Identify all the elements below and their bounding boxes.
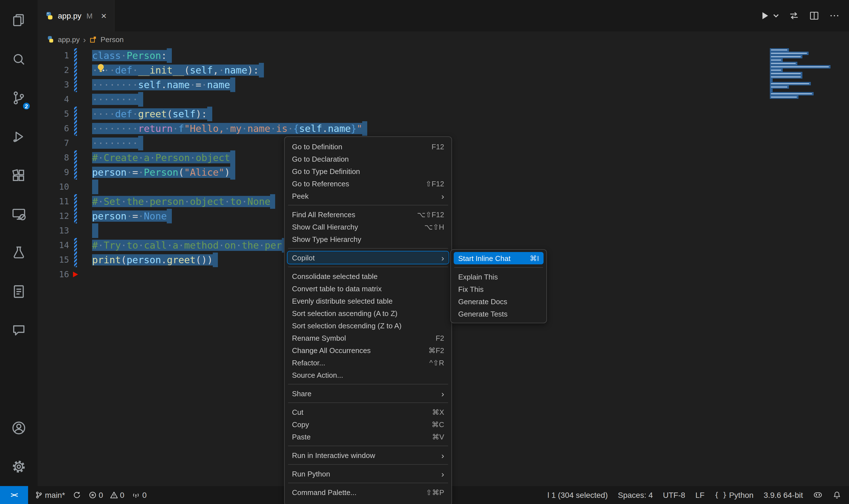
eol-status[interactable]: LF [695,490,705,500]
menu-item-rename-symbol[interactable]: Rename SymbolF2 [287,332,449,344]
menu-item-explain-this[interactable]: Explain This [454,271,544,283]
class-symbol-icon [89,35,97,43]
sidebar-item-source-control[interactable]: 2 [0,78,38,117]
problems-status[interactable]: 0 0 [89,490,124,500]
git-deleted-marker-icon[interactable] [73,272,78,277]
gutter [69,63,92,77]
menu-item-paste[interactable]: Paste⌘V [287,431,449,443]
more-actions-icon[interactable] [829,10,840,21]
menu-item-go-to-declaration[interactable]: Go to Declaration [287,152,449,165]
submenu-chevron-icon: › [441,469,444,478]
menu-item-generate-tests[interactable]: Generate Tests [454,308,544,320]
sidebar-item-extensions[interactable] [0,156,38,195]
code-line[interactable]: 4········ [38,92,849,107]
line-number: 3 [38,77,69,92]
remote-indicator[interactable]: >< [0,486,28,504]
menu-item-copy[interactable]: Copy⌘C [287,418,449,431]
git-modified-bar [74,194,77,209]
warning-icon [110,491,118,499]
menu-item-start-inline-chat[interactable]: Start Inline Chat⌘I [454,252,544,264]
open-changes-icon[interactable] [788,10,800,21]
run-dropdown-chevron-icon[interactable] [773,12,779,19]
menu-item-copilot[interactable]: Copilot› [287,251,449,264]
selection-status[interactable]: l 1 (304 selected) [547,490,608,500]
sidebar-item-search[interactable] [0,40,38,78]
encoding-status[interactable]: UTF-8 [663,490,685,500]
code-text: ········ [92,136,143,150]
code-line[interactable]: 6········return·f"Hello,·my·name·is·{sel… [38,121,849,136]
sync-changes-button[interactable] [73,491,81,499]
line-number: 8 [38,150,69,165]
menu-item-share[interactable]: Share› [287,387,449,400]
menu-separator [288,267,448,267]
git-modified-bar [74,63,77,77]
breadcrumb-symbol[interactable]: Person [101,35,124,43]
sidebar-item-testing[interactable] [0,233,38,272]
gutter [69,180,92,194]
menu-item-go-to-references[interactable]: Go to References⇧F12 [287,177,449,190]
menu-item-fix-this[interactable]: Fix This [454,283,544,295]
sidebar-item-explorer[interactable] [0,1,38,40]
submenu-chevron-icon: › [441,253,444,262]
sidebar-item-remote-explorer[interactable] [0,195,38,233]
menu-item-source-action[interactable]: Source Action... [287,369,449,381]
run-python-file-button[interactable] [759,10,771,21]
split-editor-icon[interactable] [809,10,820,21]
bell-icon [833,491,841,499]
indentation-status[interactable]: Spaces: 4 [618,490,653,500]
interpreter-status[interactable]: 3.9.6 64-bit [764,490,803,500]
sidebar-item-comments[interactable] [0,311,38,350]
menu-item-run-in-interactive-window[interactable]: Run in Interactive window› [287,449,449,461]
menu-item-change-all-occurrences[interactable]: Change All Occurrences⌘F2 [287,344,449,356]
notifications-status[interactable] [833,491,841,499]
code-line[interactable]: 3········self.name·=·name [38,77,849,92]
menu-item-go-to-definition[interactable]: Go to DefinitionF12 [287,140,449,152]
line-number: 7 [38,136,69,150]
copilot-status[interactable] [813,490,823,500]
git-modified-bar [74,121,77,136]
sidebar-item-output[interactable] [0,272,38,311]
menu-item-peek[interactable]: Peek› [287,190,449,202]
menu-shortcut: F12 [431,142,444,151]
line-number: 15 [38,253,69,267]
sidebar-item-settings[interactable] [0,447,38,486]
tab-app-py[interactable]: app.py M × [38,0,114,32]
copilot-lightbulb-icon[interactable] [95,63,106,73]
minimap[interactable] [770,48,837,102]
menu-item-sort-selection-descending-z-to-a[interactable]: Sort selection descending (Z to A) [287,319,449,332]
gear-icon [11,458,27,475]
menu-item-convert-table-to-data-matrix[interactable]: Convert table to data matrix [287,282,449,295]
sidebar-item-run-debug[interactable] [0,117,38,156]
menu-item-command-palette[interactable]: Command Palette...⇧⌘P [287,486,449,498]
code-text: ········self.name·=·name [92,77,235,92]
line-number: 4 [38,92,69,107]
menu-item-go-to-type-definition[interactable]: Go to Type Definition [287,165,449,177]
menu-item-sort-selection-ascending-a-to-z[interactable]: Sort selection ascending (A to Z) [287,307,449,319]
tab-close-icon[interactable]: × [101,11,107,20]
code-line[interactable]: 2····def·__init__(self,·name): [38,63,849,77]
menu-item-show-call-hierarchy[interactable]: Show Call Hierarchy⌥⇧H [287,220,449,233]
branch-status[interactable]: main* [35,490,65,500]
copilot-icon [813,490,823,500]
line-number: 11 [38,194,69,209]
sidebar-item-account[interactable] [0,409,38,447]
menu-item-consolidate-selected-table[interactable]: Consolidate selected table [287,270,449,282]
menu-item-find-all-references[interactable]: Find All References⌥⇧F12 [287,208,449,220]
remote-explorer-icon [11,206,27,222]
code-line[interactable]: 1class·Person: [38,48,849,63]
code-text: person·=·Person("Alice") [92,165,235,180]
language-status[interactable]: { } Python [714,490,754,500]
menu-item-run-python[interactable]: Run Python› [287,468,449,480]
breadcrumb-file[interactable]: app.py [58,35,80,43]
menu-item-refactor[interactable]: Refactor...^⇧R [287,356,449,369]
minimap-line [770,89,837,92]
menu-separator [288,483,448,483]
menu-item-generate-docs[interactable]: Generate Docs [454,295,544,308]
line-number: 14 [38,238,69,253]
code-line[interactable]: 5····def·greet(self): [38,107,849,121]
menu-separator [454,267,543,268]
menu-item-cut[interactable]: Cut⌘X [287,406,449,418]
menu-item-evenly-distribute-selected-table[interactable]: Evenly distribute selected table [287,295,449,307]
ports-status[interactable]: 0 [132,490,147,500]
menu-item-show-type-hierarchy[interactable]: Show Type Hierarchy [287,233,449,245]
